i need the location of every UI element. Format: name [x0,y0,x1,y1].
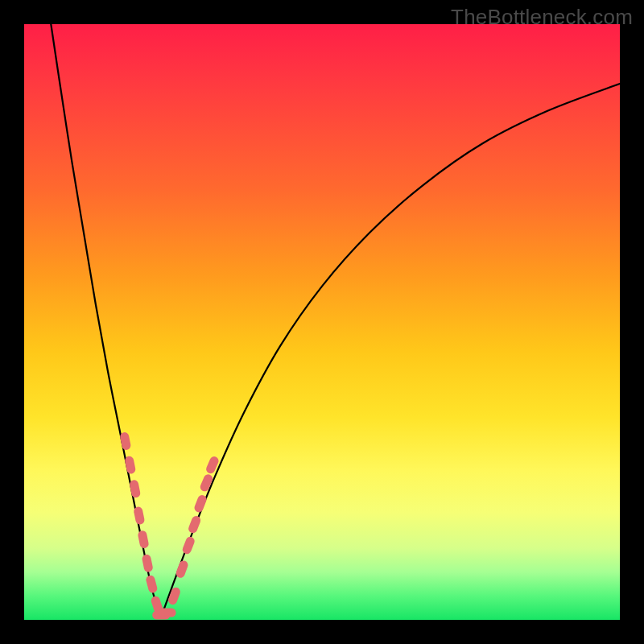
bead-marker [188,514,202,534]
bead-marker [145,575,158,594]
bead-marker [142,554,154,573]
bead-marker [124,456,136,475]
bead-marker [119,431,131,451]
bead-marker [133,506,145,526]
chart-overlay [24,24,620,620]
bead-marker [137,530,149,549]
bead-marker [129,479,141,498]
bead-marker [181,535,196,555]
curve-left-branch [51,24,161,617]
bead-marker [159,609,176,617]
watermark-text: TheBottleneck.com [451,5,633,30]
chart-frame: TheBottleneck.com [0,0,644,644]
plot-area [24,24,620,620]
curve-right-branch [161,84,620,617]
curve-group [51,24,620,617]
